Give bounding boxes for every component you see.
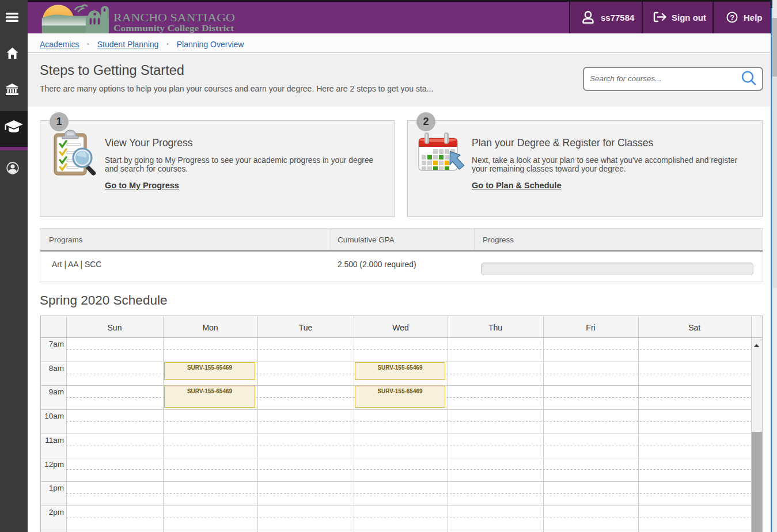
svg-text:?: ? (730, 14, 734, 22)
svg-text:Community College District: Community College District (113, 23, 234, 33)
svg-text:RANCHO SANTIAGO: RANCHO SANTIAGO (113, 12, 235, 24)
